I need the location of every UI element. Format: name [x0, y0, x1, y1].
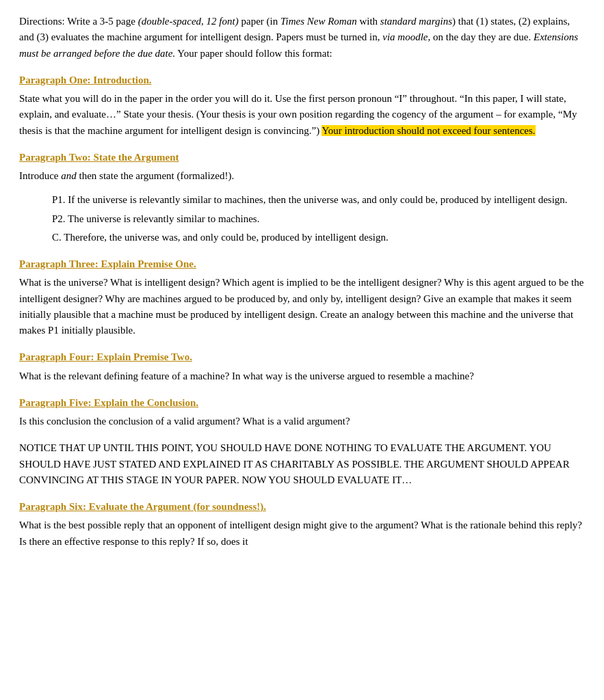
premise-1: P1. If the universe is relevantly simila…	[52, 192, 585, 208]
paragraph-two-body: Introduce and then state the argument (f…	[19, 168, 585, 184]
paragraph-five-heading: Paragraph Five: Explain the Conclusion.	[19, 395, 585, 411]
paragraph-two-heading: Paragraph Two: State the Argument	[19, 150, 585, 165]
conclusion: C. Therefore, the universe was, and only…	[52, 230, 585, 245]
paragraph-two-and: and	[61, 170, 77, 181]
paragraph-one-body: State what you will do in the paper in t…	[19, 91, 585, 139]
premise-1-label: P1.	[52, 194, 68, 205]
intro-italic-format: (double-spaced, 12 font)	[138, 16, 239, 27]
premise-2-label: P2.	[52, 213, 68, 224]
paragraph-six-body: What is the best possible reply that an …	[19, 517, 585, 550]
section-paragraph-two: Paragraph Two: State the Argument Introd…	[19, 150, 585, 245]
section-paragraph-three: Paragraph Three: Explain Premise One. Wh…	[19, 256, 585, 338]
intro-moodle: via moodle,	[382, 31, 430, 42]
paragraph-three-heading: Paragraph Three: Explain Premise One.	[19, 256, 585, 272]
notice-text: NOTICE THAT UP UNTIL THIS POINT, YOU SHO…	[19, 440, 585, 488]
paragraph-four-heading: Paragraph Four: Explain Premise Two.	[19, 349, 585, 365]
intro-with-text: with	[357, 16, 380, 27]
section-paragraph-four: Paragraph Four: Explain Premise Two. Wha…	[19, 349, 585, 384]
paragraph-five-body: Is this conclusion the conclusion of a v…	[19, 414, 585, 429]
intro-final: Your paper should follow this format:	[175, 48, 332, 59]
paragraph-six-heading: Paragraph Six: Evaluate the Argument (fo…	[19, 499, 585, 515]
section-paragraph-one: Paragraph One: Introduction. State what …	[19, 72, 585, 139]
section-paragraph-five: Paragraph Five: Explain the Conclusion. …	[19, 395, 585, 430]
paragraph-four-body: What is the relevant defining feature of…	[19, 368, 585, 384]
notice-block: NOTICE THAT UP UNTIL THIS POINT, YOU SHO…	[19, 440, 585, 488]
intro-times-roman: Times New Roman	[280, 16, 357, 27]
intro-standard-margins: standard margins	[380, 16, 452, 27]
paragraph-two-rest: then state the argument (formalized!).	[77, 170, 234, 181]
conclusion-text: Therefore, the universe was, and only co…	[64, 232, 388, 243]
intro-directions-label: Directions: Write a 3-5 page	[19, 16, 138, 27]
paragraph-one-highlight: Your introduction should not exceed four…	[321, 125, 535, 136]
intro-text: Directions: Write a 3-5 page (double-spa…	[19, 14, 585, 62]
premise-1-text: If the universe is relevantly similar to…	[68, 194, 567, 205]
premise-2-text: The universe is relevantly similar to ma…	[68, 213, 259, 224]
argument-list: P1. If the universe is relevantly simila…	[52, 192, 585, 245]
conclusion-label: C.	[52, 232, 64, 243]
section-paragraph-six: Paragraph Six: Evaluate the Argument (fo…	[19, 499, 585, 550]
intro-after-moodle: on the day they are due.	[430, 31, 534, 42]
paragraph-three-body: What is the universe? What is intelligen…	[19, 275, 585, 338]
premise-2: P2. The universe is relevantly similar t…	[52, 211, 585, 227]
paragraph-one-heading: Paragraph One: Introduction.	[19, 72, 585, 88]
document-body: Directions: Write a 3-5 page (double-spa…	[19, 14, 585, 550]
intro-paper-text: paper (in	[239, 16, 280, 27]
paragraph-two-intro: Introduce	[19, 170, 61, 181]
